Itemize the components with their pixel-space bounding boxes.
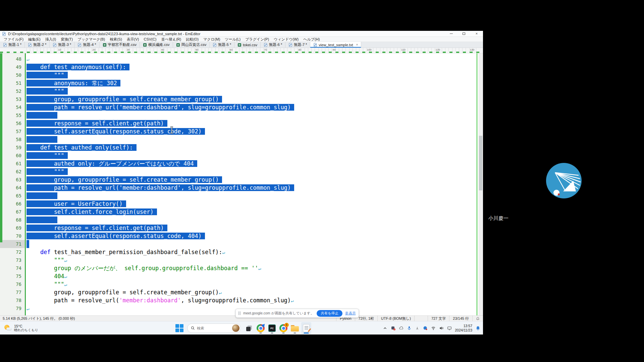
tab-無題-5[interactable]: 無題-5 *: [210, 42, 234, 48]
app-badge-icon[interactable]: 1: [390, 326, 395, 331]
menu-item-ブックマーク[interactable]: ブックマーク(B): [75, 37, 107, 42]
minimize-button[interactable]: [445, 31, 458, 37]
taskbar-search[interactable]: [187, 323, 241, 333]
menu-item-変換[interactable]: 変換(T): [58, 37, 75, 42]
line-number: 75: [0, 272, 21, 280]
tab-無題-4[interactable]: 無題-4 *: [74, 42, 99, 48]
menu-item-編集[interactable]: 編集(E): [26, 37, 43, 42]
wifi-icon[interactable]: [431, 326, 436, 331]
tab-無題-1[interactable]: 無題-1 *: [0, 42, 25, 48]
code-line-52: 52 """: [0, 87, 483, 95]
tab-岡山百貨店.csv[interactable]: 岡山百貨店.csv: [173, 42, 210, 48]
close-button[interactable]: ×: [470, 31, 483, 37]
menu-item-マクロ[interactable]: マクロ(M): [201, 37, 222, 42]
scrollbar-thumb[interactable]: [479, 136, 482, 190]
line-number: 62: [0, 168, 21, 176]
code-line-text: ↵: [26, 55, 29, 63]
start-button[interactable]: [175, 324, 184, 333]
titlebar: D:\Dropbox\galapagos\contents\lecture\Py…: [0, 31, 483, 37]
menu-item-表示[interactable]: 表示(V): [124, 37, 142, 42]
line-number: 58: [0, 135, 21, 143]
menu-item-挿入[interactable]: 挿入(I): [43, 37, 58, 42]
microphone-icon[interactable]: [407, 326, 412, 331]
code-line-text: """↵: [26, 280, 67, 289]
drag-handle-icon[interactable]: [238, 311, 240, 315]
maximize-button[interactable]: [458, 31, 470, 37]
editor-text-area[interactable]: 48↵49 def test_anonymous(self): 50 """ 5…: [0, 53, 483, 315]
weather-sun-cloud-icon: [4, 324, 12, 332]
tab-宇都宮不動産.csv[interactable]: 宇都宮不動産.csv: [100, 42, 140, 48]
tab-label: 無題-4 *: [83, 42, 96, 47]
chrome-meet-taskbar-icon[interactable]: [256, 322, 266, 334]
task-view-taskbar-icon[interactable]: [244, 322, 254, 334]
speaker-icon[interactable]: [439, 326, 444, 331]
hide-banner-link[interactable]: 非表示: [345, 311, 356, 316]
code-line-67: 67 self.client.force_login(user): [0, 208, 483, 216]
line-number: 66: [0, 200, 21, 208]
vertical-scrollbar[interactable]: [478, 53, 483, 315]
menu-item-検索[interactable]: 検索(S): [107, 37, 124, 42]
tab-無題-6[interactable]: 無題-6 *: [261, 42, 285, 48]
notification-bell-icon[interactable]: [475, 326, 480, 331]
code-line-text: """: [26, 71, 68, 79]
tab-view_test_sample.txt[interactable]: view_test_sample.txt×: [310, 42, 361, 48]
meet-share-message: meet.google.com が画面を共有しています。: [243, 311, 314, 316]
notepad-taskbar-icon[interactable]: [301, 322, 311, 334]
tab-無題-2[interactable]: 無題-2 *: [25, 42, 50, 48]
menu-item-並べ替え[interactable]: 並べ替え(R): [159, 37, 183, 42]
menu-item-CSV[interactable]: CSV(C): [141, 37, 159, 41]
code-line-72: 72 def test_has_member_permission_dashbo…: [0, 248, 483, 256]
line-number: 77: [0, 288, 21, 296]
status-encoding[interactable]: UTF-8 (BOM無し): [377, 316, 414, 321]
menu-item-比較[interactable]: 比較(O): [183, 37, 201, 42]
menu-item-ツール[interactable]: ツール(L): [222, 37, 243, 42]
code-line-61: 61 authed only: グループメンバーではないので 404: [0, 160, 483, 168]
line-number: 48: [0, 55, 21, 63]
tab-label: 無題-7 *: [294, 42, 307, 47]
search-daily-image[interactable]: [232, 324, 239, 332]
code-line-text: 404↵: [26, 272, 67, 281]
code-line-text: """: [26, 168, 68, 176]
code-segment: """: [54, 281, 64, 288]
ruler-label-110: 110: [401, 48, 406, 51]
pycharm-taskbar-icon[interactable]: PC: [267, 322, 277, 334]
code-line-text: response = self.client.get(path): [26, 119, 167, 127]
search-input[interactable]: [197, 326, 227, 330]
menu-item-ファイル[interactable]: ファイル(F): [1, 37, 26, 42]
search-icon: [191, 326, 195, 330]
network-icon[interactable]: [423, 326, 428, 331]
code-segment: [26, 249, 40, 255]
stop-sharing-button[interactable]: 共有を停止: [317, 310, 342, 317]
chrome-profile-taskbar-icon[interactable]: k: [278, 322, 288, 334]
code-line-55: 55: [0, 111, 483, 119]
chevron-up-icon[interactable]: [382, 326, 387, 331]
menu-item-ウィンドウ[interactable]: ウィンドウ(W): [271, 37, 301, 42]
tab-close-icon[interactable]: ×: [356, 43, 358, 47]
line-number: 78: [0, 296, 21, 304]
return-mark-icon: ↵: [64, 282, 67, 287]
clock-time: 13:57: [455, 324, 472, 328]
column-ruler: 102030405060708090100110120130: [0, 48, 483, 53]
taskbar-clock[interactable]: 13:57 2024/11/23: [455, 324, 472, 333]
document-icon: [213, 43, 217, 47]
tab-tokei.csv[interactable]: tokei.csv: [234, 42, 261, 48]
onedrive-cloud-icon[interactable]: [398, 326, 404, 331]
tab-横浜繊維.csv[interactable]: 横浜繊維.csv: [140, 42, 173, 48]
menu-item-ヘルプ[interactable]: ヘルプ(H): [301, 37, 322, 42]
code-line-text: authed only: グループメンバーではないので 404: [26, 160, 197, 168]
antenna-icon[interactable]: [415, 326, 420, 331]
cast-icon[interactable]: [447, 326, 452, 331]
file-explorer-taskbar-icon[interactable]: [290, 322, 300, 334]
code-line-text: path = resolve_url('member:dashboard', s…: [26, 184, 294, 192]
tab-無題-3[interactable]: 無題-3 *: [50, 42, 74, 48]
code-segment: response = self.client.get(path): [26, 120, 167, 127]
line-number: 51: [0, 79, 21, 87]
return-mark-icon: ↵: [219, 290, 221, 295]
status-bell-icon[interactable]: [472, 316, 483, 321]
tab-無題-7[interactable]: 無題-7 *: [285, 42, 310, 48]
weather-widget[interactable]: 15°C 晴れのちくもり: [0, 324, 67, 332]
code-line-text: def test_has_member_permission_dashboard…: [26, 248, 225, 256]
code-line-text: ↵: [26, 304, 29, 313]
code-line-text: """: [26, 152, 68, 160]
menu-item-プラグイン[interactable]: プラグイン(P): [243, 37, 271, 42]
